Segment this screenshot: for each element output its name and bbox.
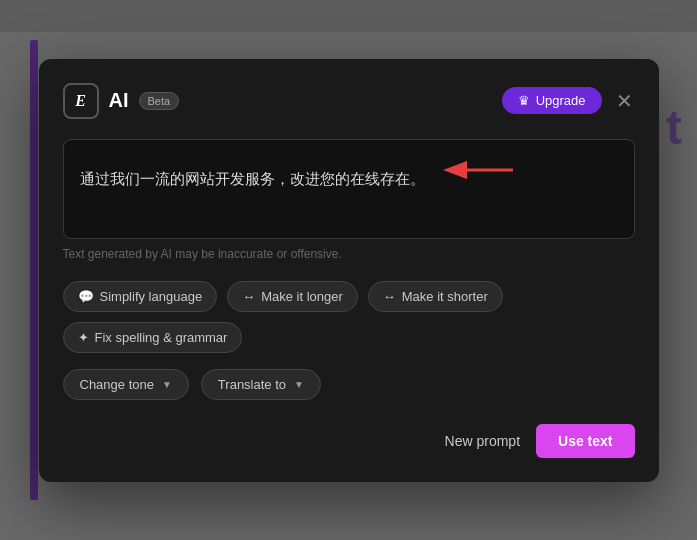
ai-modal: E AI Beta ♛ Upgrade ✕ 通过我们一流的网站开发服务，改进您的… [39, 59, 659, 482]
simplify-language-button[interactable]: 💬 Simplify language [63, 281, 218, 312]
modal-header: E AI Beta ♛ Upgrade ✕ [63, 83, 635, 119]
generated-text-display: 通过我们一流的网站开发服务，改进您的在线存在。 [63, 139, 635, 239]
generated-text: 通过我们一流的网站开发服务，改进您的在线存在。 [80, 170, 425, 187]
change-tone-dropdown[interactable]: Change tone ▼ [63, 369, 189, 400]
header-right: ♛ Upgrade ✕ [502, 87, 635, 114]
ai-title: AI [109, 89, 129, 112]
dropdown-row: Change tone ▼ Translate to ▼ [63, 369, 635, 400]
translate-to-dropdown[interactable]: Translate to ▼ [201, 369, 321, 400]
modal-overlay: E AI Beta ♛ Upgrade ✕ 通过我们一流的网站开发服务，改进您的… [0, 0, 697, 540]
elementor-logo: E [63, 83, 99, 119]
make-shorter-button[interactable]: ↔ Make it shorter [368, 281, 503, 312]
fix-spelling-button[interactable]: ✦ Fix spelling & grammar [63, 322, 243, 353]
chevron-down-icon: ▼ [162, 379, 172, 390]
upgrade-button[interactable]: ♛ Upgrade [502, 87, 602, 114]
beta-badge: Beta [139, 92, 180, 110]
chevron-down-icon: ▼ [294, 379, 304, 390]
crown-icon: ♛ [518, 93, 530, 108]
new-prompt-button[interactable]: New prompt [445, 433, 520, 449]
disclaimer-text: Text generated by AI may be inaccurate o… [63, 247, 635, 261]
action-buttons-row: 💬 Simplify language ↔ Make it longer ↔ M… [63, 281, 635, 353]
expand-icon: ↔ [242, 289, 255, 304]
use-text-button[interactable]: Use text [536, 424, 634, 458]
sparkle-icon: ✦ [78, 330, 89, 345]
red-arrow-indicator [441, 156, 521, 191]
chat-icon: 💬 [78, 289, 94, 304]
make-longer-button[interactable]: ↔ Make it longer [227, 281, 358, 312]
logo-letter: E [75, 92, 86, 110]
footer-row: New prompt Use text [63, 424, 635, 458]
compress-icon: ↔ [383, 289, 396, 304]
header-left: E AI Beta [63, 83, 180, 119]
close-button[interactable]: ✕ [614, 89, 635, 113]
